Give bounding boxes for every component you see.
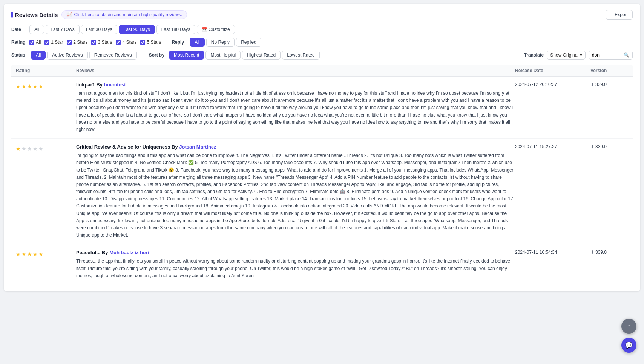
search-input[interactable] [592,52,622,58]
scroll-up-fab[interactable]: ↑ [621,319,636,334]
rating-all-checkbox[interactable]: All [29,40,41,45]
page-title: Reviews Details [11,12,58,18]
star-rating: ★ ★ ★ ★ ★ [16,146,76,152]
date-90days-btn[interactable]: Last 90 Days [119,25,155,34]
review-content-cell: Peaceful... By Muh baulz iz heri Threads… [76,250,515,280]
reviews-table: Rating Reviews Release Date Version ★ ★ … [11,65,633,285]
sort-recent-btn[interactable]: Most Recent [169,51,204,60]
reviewer-link[interactable]: Muh baulz iz heri [109,250,149,255]
reviewer-link[interactable]: Jotsan Martinez [179,144,216,150]
date-180days-btn[interactable]: Last 180 Days [156,25,195,34]
star-4: ★ [33,251,38,257]
date-all-btn[interactable]: All [29,25,44,34]
status-button-group: All Active Reviews Removed Reviews [31,51,137,60]
star-rating: ★ ★ ★ ★ ★ [16,251,76,257]
reply-button-group: All No Reply Replied [190,38,261,47]
rating-cell: ★ ★ ★ ★ ★ [16,250,76,257]
release-date-cell: 2024-07-11 15:27:27 [515,144,590,149]
rating-1star-checkbox[interactable]: 1 Star [44,40,63,45]
star-5: ★ [38,83,43,89]
review-content-cell: linkpar1 By hoemtest I am not a good man… [76,82,515,133]
reply-noreply-btn[interactable]: No Reply [206,38,235,47]
date-filter-row: Date All Last 7 Days Last 30 Days Last 9… [11,25,633,34]
rating-cell: ★ ★ ★ ★ ★ [16,144,76,152]
status-sort-row: Status All Active Reviews Removed Review… [11,51,633,60]
release-date-cell: 2024-07-11 10:54:34 [515,250,590,255]
rating-2stars-checkbox[interactable]: 2 Stars [67,40,87,45]
col-reviews: Reviews [76,68,515,73]
review-title: linkpar1 By hoemtest [76,82,515,88]
chevron-down-icon: ▾ [580,52,582,58]
star-5: ★ [38,146,43,152]
star-3: ★ [27,146,32,152]
version-icon: ⬇ [590,144,594,149]
date-7days-btn[interactable]: Last 7 Days [46,25,79,34]
star-4: ★ [33,83,38,89]
reply-replied-btn[interactable]: Replied [236,38,261,47]
rating-filter-row: Rating All 1 Star 2 Stars 3 Stars [11,38,633,47]
col-date: Release Date [515,68,590,73]
review-body: Threads... the app that finally lets you… [76,258,515,280]
reviewer-link[interactable]: hoemtest [104,82,126,88]
search-box[interactable]: 🔍 [589,51,633,60]
customize-btn[interactable]: 📅 Customize [197,25,235,34]
star-3: ★ [27,83,32,89]
status-removed-btn[interactable]: Removed Reviews [89,51,137,60]
star-2: ★ [21,146,26,152]
calendar-icon: 📅 [202,27,207,32]
status-label: Status [11,52,26,58]
version-cell: ⬇ 339.0 [590,82,628,87]
table-row: ★ ★ ★ ★ ★ Critical Review & Advise for U… [11,139,633,244]
version-icon: ⬇ [590,82,594,87]
translate-group: Translate Show Original ▾ 🔍 [524,51,633,60]
date-button-group: All Last 7 Days Last 30 Days Last 90 Day… [29,25,235,34]
sort-helpful-btn[interactable]: Most Helpful [205,51,241,60]
col-version: Version [590,68,628,73]
table-row: ★ ★ ★ ★ ★ linkpar1 By hoemtest I am not … [11,77,633,139]
star-3: ★ [27,251,32,257]
reply-all-btn[interactable]: All [190,38,204,47]
star-2: ★ [21,251,26,257]
chart-icon: 📈 [66,12,72,17]
export-button[interactable]: ↑ Export [606,10,633,20]
status-active-btn[interactable]: Active Reviews [47,51,87,60]
export-icon: ↑ [610,12,613,17]
version-cell: ⬇ 339.0 [590,250,628,255]
rating-4stars-checkbox[interactable]: 4 Stars [116,40,136,45]
translate-select[interactable]: Show Original ▾ [547,51,586,60]
star-1: ★ [16,251,21,257]
date-label: Date [11,27,26,32]
star-4: ★ [33,146,38,152]
rating-checkbox-group: All 1 Star 2 Stars 3 Stars 4 Stars [29,40,161,45]
rating-cell: ★ ★ ★ ★ ★ [16,82,76,89]
star-5: ★ [38,251,43,257]
star-1: ★ [16,83,21,89]
review-title: Peaceful... By Muh baulz iz heri [76,250,515,255]
rating-label: Rating [11,40,26,45]
search-icon[interactable]: 🔍 [624,52,629,58]
star-1: ★ [16,146,21,152]
translate-label: Translate [524,52,544,58]
version-cell: ⬇ 339.0 [590,144,628,149]
release-date-cell: 2024-07-12 20:10:37 [515,82,590,87]
date-30days-btn[interactable]: Last 30 Days [81,25,117,34]
review-body: I am not a good man for this kind of stu… [76,90,515,133]
rating-3stars-checkbox[interactable]: 3 Stars [91,40,112,45]
reply-label: Reply [172,40,187,45]
col-rating: Rating [16,68,76,73]
star-rating: ★ ★ ★ ★ ★ [16,83,76,89]
version-icon: ⬇ [590,250,594,255]
sort-lowest-btn[interactable]: Lowest Rated [282,51,319,60]
promo-button[interactable]: 📈 Click here to obtain and maintain high… [61,10,187,19]
sort-label: Sort by [149,52,164,58]
chat-fab[interactable]: 💬 [621,338,636,353]
sort-button-group: Most Recent Most Helpful Highest Rated L… [169,51,320,60]
rating-5stars-checkbox[interactable]: 5 Stars [140,40,161,45]
review-title: Critical Review & Advise for Uniqueness … [76,144,515,150]
star-2: ★ [21,83,26,89]
review-content-cell: Critical Review & Advise for Uniqueness … [76,144,515,239]
table-row: ★ ★ ★ ★ ★ Peaceful... By Muh baulz iz he… [11,244,633,285]
status-all-btn[interactable]: All [31,51,46,60]
sort-highest-btn[interactable]: Highest Rated [242,51,281,60]
review-body: Im going to say the bad things about thi… [76,152,515,239]
